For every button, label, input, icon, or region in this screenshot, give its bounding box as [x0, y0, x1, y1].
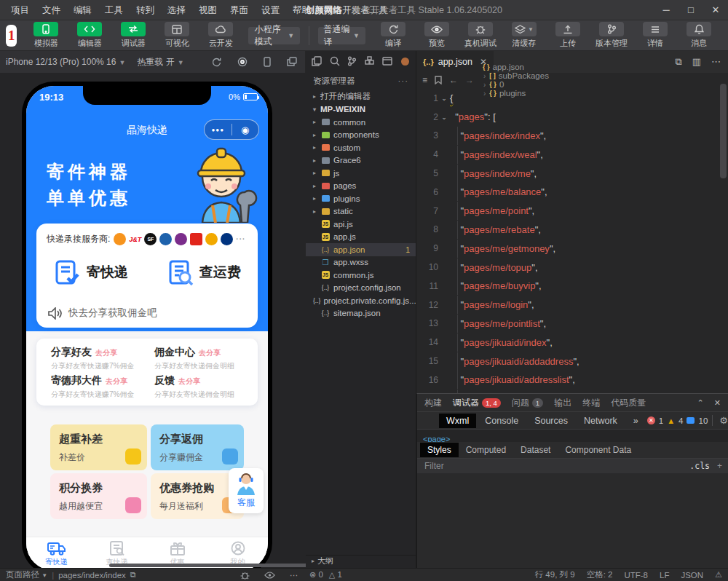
toolbar-button-可视化[interactable]: 可视化	[158, 22, 196, 49]
toolbar-button-编译[interactable]: 编译	[374, 22, 412, 49]
tree-item-js[interactable]: ▸js	[306, 167, 416, 180]
tree-item-app.json[interactable]: {..}app.json1	[306, 243, 416, 256]
devtools-tab-»[interactable]: »	[626, 414, 646, 428]
wxml-root-node[interactable]: <page>	[423, 435, 450, 442]
code-area[interactable]: 1⌄{2⌄ "pages": [3 "pages/index/index",4 …	[416, 89, 728, 393]
toolbar-button-模拟器[interactable]: 模拟器	[27, 22, 65, 49]
tree-item-app.wxss[interactable]: ❐app.wxss	[306, 256, 416, 269]
status-LF[interactable]: LF	[660, 571, 669, 580]
toolbar-button-云开发[interactable]: 云开发	[202, 22, 240, 49]
status-行 49, 列 9[interactable]: 行 49, 列 9	[535, 569, 575, 580]
menu-项目[interactable]: 项目	[4, 0, 36, 20]
copy-icon[interactable]: ⧉	[130, 570, 136, 580]
more-icon[interactable]: ⋯	[711, 56, 721, 68]
panel-tab-终端[interactable]: 终端	[582, 397, 600, 409]
announcement[interactable]: 快去分享获取佣金吧	[48, 307, 157, 320]
share-item-佣金中心[interactable]: 佣金中心去分享分享好友寄快递佣金明细	[154, 346, 258, 371]
toolbar-button-预览[interactable]: 预览	[418, 22, 456, 49]
tree-item-static[interactable]: ▸static	[306, 205, 416, 218]
columns-icon[interactable]: ▥	[692, 56, 701, 68]
forward-icon[interactable]: →	[465, 75, 474, 85]
menu-设置[interactable]: 设置	[255, 0, 286, 20]
close-minipgm-icon[interactable]: ◉	[232, 125, 259, 135]
code-line[interactable]: 11 "pages/me/buyvip",	[416, 277, 728, 296]
action-寄快递[interactable]: 寄快递	[53, 258, 128, 286]
gear-icon[interactable]: ⚙	[719, 415, 728, 426]
panel-tab-问题[interactable]: 问题1	[512, 397, 543, 409]
breadcrumb-item-app.json[interactable]: { }app.json	[483, 63, 549, 71]
hot-reload-toggle[interactable]: 热重载 开▼	[137, 56, 183, 68]
menu-文件[interactable]: 文件	[36, 0, 67, 20]
tree-item-Grace6[interactable]: ▸Grace6	[306, 154, 416, 167]
promo-card-积分换券[interactable]: 积分换券越用越便宜	[50, 473, 147, 519]
status-空格: 2[interactable]: 空格: 2	[587, 569, 613, 580]
devtools-tab-Wxml[interactable]: Wxml	[439, 414, 476, 428]
share-item-反馈[interactable]: 反馈去分享分享好友寄快递佣金明细	[154, 374, 258, 400]
fold-chevron-icon[interactable]: ⌄	[438, 114, 450, 121]
code-line[interactable]: 9 "pages/me/getmoney",	[416, 239, 728, 258]
toolbar-button-上传[interactable]: 上传	[549, 22, 587, 49]
code-line[interactable]: 12 "pages/me/login",	[416, 296, 728, 315]
compile-select[interactable]: 普通编译▼	[318, 27, 365, 44]
menu-工具[interactable]: 工具	[98, 0, 130, 20]
devtools-tab-Network[interactable]: Network	[577, 414, 625, 428]
collapse-icon[interactable]: ⌃	[697, 398, 704, 408]
tree-item-打开的编辑器[interactable]: ▸打开的编辑器	[306, 90, 416, 103]
style-tab-Computed[interactable]: Computed	[459, 443, 513, 457]
tree-item-plugins[interactable]: ▸plugins	[306, 192, 416, 205]
bookmark-icon[interactable]	[435, 76, 442, 84]
more-icon[interactable]: ···	[398, 76, 409, 85]
warning-triangle-icon[interactable]: ⚠	[715, 570, 722, 580]
tree-item-components[interactable]: ▸components	[306, 129, 416, 142]
panel-tab-构建[interactable]: 构建	[424, 397, 442, 409]
record-icon[interactable]	[237, 57, 248, 67]
split-editor-icon[interactable]: ⧉	[675, 56, 681, 68]
fold-chevron-icon[interactable]: ⌄	[438, 95, 450, 102]
add-style-icon[interactable]: +	[717, 461, 722, 471]
code-line[interactable]: 13 "pages/me/pointlist",	[416, 315, 728, 333]
appdot-icon[interactable]	[400, 57, 410, 66]
more-menu-icon[interactable]: ●●●	[205, 127, 232, 133]
tree-item-MP-WEIXIN[interactable]: ▾MP-WEIXIN	[306, 103, 416, 116]
toolbar-button-版本管理[interactable]: 版本管理	[593, 22, 630, 49]
tree-item-common.js[interactable]: JScommon.js	[306, 269, 416, 282]
minimize-button[interactable]: ─	[654, 0, 678, 20]
tree-item-custom[interactable]: ▸custom	[306, 141, 416, 154]
tab-寄快递[interactable]: 寄快递	[26, 537, 87, 571]
maximize-button[interactable]: □	[678, 0, 703, 20]
code-line[interactable]: 14 "pages/jikuaidi/index",	[416, 333, 728, 352]
code-line[interactable]: 3 "pages/index/index",	[416, 127, 728, 146]
toolbar-button-调试器[interactable]: 调试器	[114, 22, 152, 49]
code-line[interactable]: 4 "pages/index/weal",	[416, 145, 728, 164]
wxml-tree-preview[interactable]: <page>	[417, 430, 728, 442]
promo-card-分享返佣[interactable]: 分享返佣分享赚佣金	[151, 424, 244, 470]
outline-section[interactable]: ▸ 大纲	[306, 555, 416, 566]
customer-service-widget[interactable]: 客服	[229, 468, 264, 513]
device-icon[interactable]	[264, 57, 271, 67]
mode-select[interactable]: 小程序模式▼	[248, 27, 300, 44]
style-tab-Dataset[interactable]: Dataset	[513, 443, 558, 457]
toolbar-button-清缓存[interactable]: ▼清缓存	[505, 22, 543, 49]
status-JSON[interactable]: JSON	[681, 571, 703, 580]
devtools-tab-Sources[interactable]: Sources	[527, 414, 575, 428]
page-path-select[interactable]: 页面路径 ▼	[6, 569, 47, 580]
tree-item-sitemap.json[interactable]: {..}sitemap.json	[306, 307, 416, 320]
cls-toggle[interactable]: .cls	[689, 461, 710, 471]
bug-icon[interactable]	[240, 571, 250, 580]
filter-input[interactable]	[423, 460, 689, 472]
menu-编辑[interactable]: 编辑	[67, 0, 98, 20]
status-UTF-8[interactable]: UTF-8	[624, 571, 648, 580]
share-item-寄德邦大件[interactable]: 寄德邦大件去分享分享好友寄快递赚7%佣金	[51, 374, 154, 400]
breadcrumb-item-subPackages[interactable]: ›[ ]subPackages	[483, 71, 549, 80]
rotate-icon[interactable]	[211, 57, 221, 67]
style-tab-Styles[interactable]: Styles	[420, 443, 459, 457]
code-line[interactable]: 2⌄ "pages": [	[416, 108, 728, 127]
tree-item-api.js[interactable]: JSapi.js	[306, 218, 416, 231]
menu-选择[interactable]: 选择	[161, 0, 192, 20]
vertical-scrollbar[interactable]	[720, 84, 727, 178]
toolbar-button-编辑器[interactable]: 编辑器	[71, 22, 108, 49]
promo-card-超重补差[interactable]: 超重补差补差价	[50, 424, 147, 470]
back-icon[interactable]: ←	[449, 75, 458, 85]
search-icon[interactable]	[330, 56, 340, 66]
code-line[interactable]: 8 "pages/me/rebate",	[416, 221, 728, 240]
